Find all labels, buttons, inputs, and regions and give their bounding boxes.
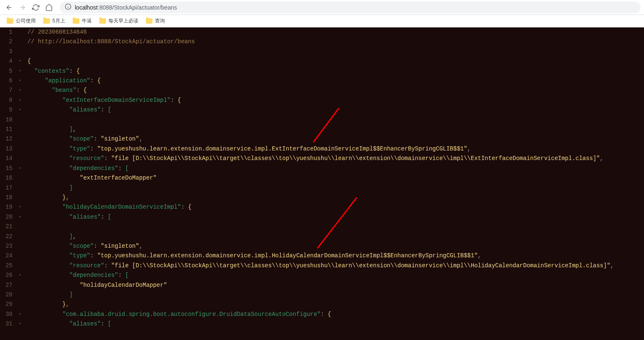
- token: // http://localhost:8088/StockApi/actuat…: [27, 38, 195, 45]
- back-button[interactable]: [3, 2, 15, 13]
- fold-marker: [16, 290, 24, 300]
- token: {: [97, 77, 101, 84]
- code-content: "type": "top.yueshushu.learn.extension.d…: [24, 251, 481, 261]
- fold-marker: [16, 37, 24, 47]
- code-line: 23 "scope": "singleton",: [0, 241, 644, 251]
- fold-marker[interactable]: ▾: [16, 310, 24, 319]
- line-number: 5: [0, 67, 16, 76]
- code-line: 21: [0, 222, 644, 232]
- token: {: [83, 87, 86, 94]
- bookmark-item[interactable]: 查询: [143, 16, 168, 26]
- line-number: 7: [0, 86, 16, 95]
- bookmark-label: 查询: [155, 17, 165, 25]
- line-number: 22: [0, 232, 16, 241]
- code-line: 24 "type": "top.yueshushu.learn.extensio…: [0, 251, 644, 261]
- code-line: 14 "resource": "file [D:\\StockApi\\Stoc…: [0, 154, 644, 163]
- code-content: {: [24, 57, 31, 66]
- code-line: 26▾ "dependencies": [: [0, 271, 644, 280]
- code-content: [24, 47, 27, 57]
- fold-marker: [16, 251, 24, 261]
- token: "file [D:\\StockApi\\StockApi\\target\\c…: [111, 155, 600, 162]
- code-line: 18 },: [0, 193, 644, 202]
- bookmark-item[interactable]: 每天早上必读: [96, 16, 142, 26]
- code-line: 4▾{: [0, 57, 644, 66]
- code-line: 10: [0, 115, 644, 125]
- home-button[interactable]: [43, 2, 55, 13]
- token: "type": [69, 252, 90, 259]
- code-line: 17 ]: [0, 183, 644, 193]
- code-content: "beans": {: [24, 86, 87, 95]
- token: ,: [73, 126, 76, 133]
- token: :: [94, 243, 101, 249]
- site-info-icon[interactable]: [65, 3, 71, 11]
- token: "singleton": [101, 243, 139, 249]
- fold-marker[interactable]: ▾: [16, 67, 24, 76]
- fold-marker[interactable]: ▾: [16, 271, 24, 280]
- token: "holidayCalendarDoMapper": [80, 282, 167, 288]
- code-content: "resource": "file [D:\\StockApi\\StockAp…: [24, 261, 614, 271]
- fold-marker[interactable]: ▾: [16, 57, 24, 66]
- line-number: 27: [0, 281, 16, 290]
- code-line: 28 ]: [0, 290, 644, 300]
- fold-marker[interactable]: ▾: [16, 96, 24, 105]
- code-content: "aliases": [: [24, 319, 111, 329]
- code-viewer[interactable]: 1// 202306081346462// http://localhost:8…: [0, 27, 644, 340]
- fold-marker[interactable]: ▾: [16, 319, 24, 329]
- address-bar[interactable]: localhost:8088/StockApi/actuator/beans: [60, 2, 641, 13]
- fold-marker[interactable]: ▾: [16, 212, 24, 222]
- bookmark-label: 公司使用: [16, 17, 36, 25]
- fold-marker[interactable]: ▾: [16, 164, 24, 173]
- code-content: "application": {: [24, 76, 101, 86]
- code-line: 27 "holidayCalendarDoMapper": [0, 281, 644, 290]
- code-content: "holidayCalendarDomainServiceImpl": {: [24, 202, 192, 212]
- token: "beans": [52, 87, 76, 94]
- line-number: 11: [0, 125, 16, 134]
- folder-icon: [146, 18, 152, 24]
- bookmark-item[interactable]: 5月上: [40, 16, 69, 26]
- code-content: },: [24, 193, 69, 202]
- folder-icon: [73, 18, 79, 24]
- bookmark-item[interactable]: 牛逼: [69, 16, 95, 26]
- code-content: "com.alibaba.druid.spring.boot.autoconfi…: [24, 310, 331, 319]
- token: [: [125, 272, 128, 278]
- fold-marker: [16, 183, 24, 193]
- line-number: 29: [0, 300, 16, 309]
- fold-marker[interactable]: ▾: [16, 86, 24, 95]
- code-line: 9▾ "aliases": [: [0, 105, 644, 115]
- fold-marker[interactable]: ▾: [16, 202, 24, 212]
- token: "scope": [69, 136, 94, 142]
- reload-button[interactable]: [30, 2, 42, 13]
- code-content: ],: [24, 232, 76, 241]
- code-content: ]: [24, 183, 73, 193]
- code-content: // 20230608134646: [24, 27, 87, 37]
- token: {: [188, 204, 191, 210]
- fold-marker[interactable]: ▾: [16, 76, 24, 86]
- line-number: 14: [0, 154, 16, 163]
- fold-marker[interactable]: ▾: [16, 105, 24, 115]
- bookmark-item[interactable]: 公司使用: [3, 16, 39, 26]
- forward-button[interactable]: [17, 2, 28, 13]
- code-line: 30▾ "com.alibaba.druid.spring.boot.autoc…: [0, 310, 644, 319]
- token: :: [104, 155, 111, 162]
- line-number: 23: [0, 241, 16, 251]
- code-content: "extInterfaceDoMapper": [24, 173, 157, 183]
- code-line: 12 "scope": "singleton",: [0, 134, 644, 144]
- token: [: [108, 106, 111, 113]
- line-number: 12: [0, 134, 16, 144]
- code-content: },: [24, 300, 69, 309]
- token: ]: [69, 233, 73, 240]
- token: "holidayCalendarDomainServiceImpl": [62, 204, 181, 210]
- token: "file [D:\\StockApi\\StockApi\\target\\c…: [111, 262, 610, 269]
- token: ]: [69, 291, 73, 298]
- token: "extInterfaceDoMapper": [80, 175, 157, 181]
- line-number: 17: [0, 183, 16, 193]
- code-line: 2// http://localhost:8088/StockApi/actua…: [0, 37, 644, 47]
- token: {: [177, 97, 181, 103]
- fold-marker: [16, 300, 24, 309]
- code-line: 11 ],: [0, 125, 644, 134]
- fold-marker: [16, 115, 24, 125]
- line-number: 28: [0, 290, 16, 300]
- line-number: 2: [0, 37, 16, 47]
- token: :: [181, 204, 188, 210]
- token: :: [118, 165, 125, 172]
